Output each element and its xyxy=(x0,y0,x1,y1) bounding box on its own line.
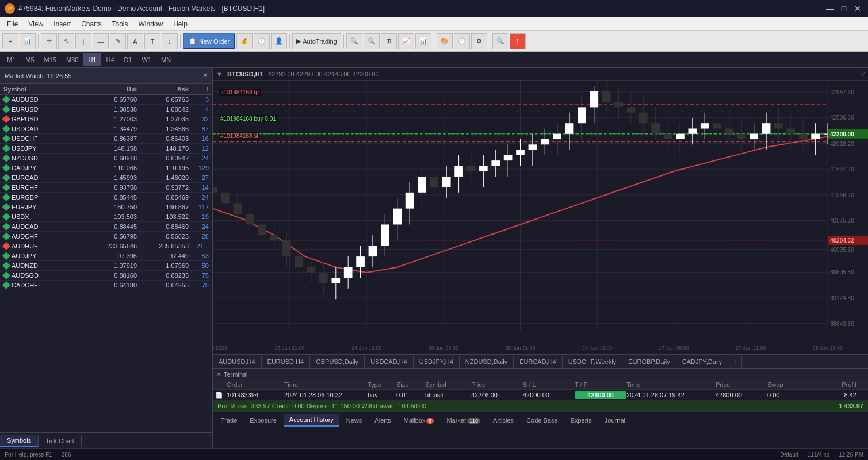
line-btn[interactable]: — xyxy=(93,33,109,49)
menu-window[interactable]: Window xyxy=(134,19,168,29)
term-tab-exposure[interactable]: Exposure xyxy=(244,415,282,426)
term-tab-mailbox[interactable]: Mailbox5 xyxy=(397,415,439,426)
chart-canvas-container[interactable]: #101984168 tp #101984168 buy 0.01 #10198… xyxy=(213,80,868,354)
market-watch-row[interactable]: USDCAD 1.34479 1.34566 87 xyxy=(0,124,212,134)
term-tab-codebase[interactable]: Code Base xyxy=(521,415,563,426)
menu-insert[interactable]: Insert xyxy=(49,19,75,29)
market-watch-row[interactable]: AUDCHF 0.56795 0.56823 28 xyxy=(0,232,212,241)
symbol-indicator xyxy=(2,115,10,123)
market-watch-row[interactable]: AUDCAD 0.88445 0.88469 24 xyxy=(0,222,212,232)
clock-btn[interactable]: 🕐 xyxy=(454,33,470,49)
maximize-button[interactable]: □ xyxy=(838,3,850,14)
market-watch-row[interactable]: USDCHF 0.86387 0.86403 16 xyxy=(0,134,212,144)
market-watch-row[interactable]: AUDSGD 0.88160 0.88235 75 xyxy=(0,271,212,281)
mw-tab-symbols[interactable]: Symbols xyxy=(0,435,39,447)
market-watch-row[interactable]: EURGBP 0.85445 0.85469 24 xyxy=(0,193,212,202)
tf-h1[interactable]: H1 xyxy=(83,53,101,66)
cs-tab-eurgbp-daily[interactable]: EURGBP,Daily xyxy=(622,356,676,367)
term-tab-alerts[interactable]: Alerts xyxy=(369,415,396,426)
close-button[interactable]: ✕ xyxy=(852,3,863,14)
tf-h4[interactable]: H4 xyxy=(101,53,118,66)
market-watch-row[interactable]: EURUSD 1.08538 1.08542 4 xyxy=(0,105,212,114)
sl-line-label: #101984168 sl xyxy=(219,132,260,140)
cs-tab-eurcad-h4[interactable]: EURCAD,H4 xyxy=(514,356,563,367)
market-watch-row[interactable]: CADCHF 0.64180 0.64255 75 xyxy=(0,281,212,290)
market-watch-row[interactable]: EURCHF 0.93758 0.93772 14 xyxy=(0,183,212,193)
window-controls[interactable]: — □ ✕ xyxy=(824,3,863,14)
tf-m1[interactable]: M1 xyxy=(2,53,20,66)
tf-mn[interactable]: MN xyxy=(156,53,175,66)
template-btn[interactable]: 🎨 xyxy=(437,33,453,49)
chart-toolbar-btn[interactable]: 📊 xyxy=(20,33,36,49)
cs-tab-usdcad-h4[interactable]: USDCAD,H4 xyxy=(365,356,414,367)
market-watch-row[interactable]: EURCAD 1.45993 1.46020 27 xyxy=(0,173,212,183)
market-watch-row[interactable]: CADJPY 110.066 110.195 129 xyxy=(0,163,212,173)
period-sep-btn[interactable]: | xyxy=(75,33,91,49)
market-watch-close[interactable]: ✕ xyxy=(202,72,208,79)
term-tab-articles[interactable]: Articles xyxy=(487,415,519,426)
menu-charts[interactable]: Charts xyxy=(77,19,106,29)
close-terminal-btn[interactable]: ✕ xyxy=(216,371,221,378)
cs-tab-gbpusd-daily[interactable]: GBPUSD,Daily xyxy=(310,356,365,367)
menu-tools[interactable]: Tools xyxy=(108,19,133,29)
main-toolbar: + 📊 ✛ ↖ | — ✎ A T ↕ 📋 New Order 💰 🕐 👤 ▶ … xyxy=(0,31,868,52)
cs-tab-usdjpy-h4[interactable]: USDJPY,H4 xyxy=(414,356,460,367)
search-btn[interactable]: 🔍 xyxy=(492,33,508,49)
market-watch-row[interactable]: AUDJPY 97.396 97.449 53 xyxy=(0,251,212,261)
cs-tab-nzdusd-daily[interactable]: NZDUSD,Daily xyxy=(460,356,514,367)
bar-btn[interactable]: 📊 xyxy=(415,33,431,49)
indicator-btn[interactable]: ↕ xyxy=(162,33,178,49)
cs-tab-cadjpy-daily[interactable]: CADJPY,Daily xyxy=(676,356,729,367)
alert-btn[interactable]: ! xyxy=(510,33,526,49)
minimize-button[interactable]: — xyxy=(824,3,836,14)
market-watch-row[interactable]: EURJPY 160.750 160.867 117 xyxy=(0,202,212,212)
term-tab-journal[interactable]: Journal xyxy=(599,415,631,426)
label-btn[interactable]: T xyxy=(144,33,160,49)
menu-file[interactable]: File xyxy=(2,19,22,29)
menu-help[interactable]: Help xyxy=(169,19,192,29)
draw-btn[interactable]: ✎ xyxy=(110,33,126,49)
crosshair-btn[interactable]: ✛ xyxy=(41,33,57,49)
add-button[interactable]: + xyxy=(2,33,18,49)
tf-w1[interactable]: W1 xyxy=(137,53,156,66)
market-watch-row[interactable]: AUDNZD 1.07919 1.07969 50 xyxy=(0,261,212,271)
term-tab-market[interactable]: Market110 xyxy=(441,415,486,426)
menu-view[interactable]: View xyxy=(24,19,48,29)
cs-tab-usdchf-weekly[interactable]: USDCHF,Weekly xyxy=(563,356,623,367)
new-order-button[interactable]: 📋 New Order xyxy=(183,33,235,49)
zoom-out-btn[interactable]: 🔍 xyxy=(364,33,380,49)
symbol-spread: 12 xyxy=(189,145,209,152)
arrow-btn[interactable]: ↖ xyxy=(58,33,74,49)
grid-btn[interactable]: ⊞ xyxy=(381,33,397,49)
chart-btn2[interactable]: 📈 xyxy=(398,33,414,49)
chart-area[interactable]: ▼ BTCUSD,H1 42292.00 42293.00 42146.00 4… xyxy=(213,68,868,368)
tf-m15[interactable]: M15 xyxy=(40,53,61,66)
account-btn[interactable]: 👤 xyxy=(271,33,287,49)
tf-m5[interactable]: M5 xyxy=(21,53,39,66)
term-tab-account-history[interactable]: Account History xyxy=(284,414,339,427)
market-watch-row[interactable]: USDJPY 148.158 148.170 12 xyxy=(0,144,212,154)
term-tab-news[interactable]: News xyxy=(341,415,368,426)
settings-btn[interactable]: ⚙ xyxy=(471,33,487,49)
text-btn[interactable]: A xyxy=(127,33,143,49)
market-watch-row[interactable]: USDX 103.503 103.522 19 xyxy=(0,212,212,222)
col-h-tp: T / P xyxy=(575,381,626,388)
buy-btn[interactable]: 💰 xyxy=(236,33,253,49)
autotrading-button[interactable]: ▶ AutoTrading xyxy=(292,33,341,49)
symbol-name: AUDNZD xyxy=(3,262,85,269)
term-tab-experts[interactable]: Experts xyxy=(565,415,598,426)
market-watch-row[interactable]: AUDUSD 0.65760 0.65763 3 xyxy=(0,95,212,105)
market-watch-row[interactable]: AUDHUF 233.65646 235.85353 21... xyxy=(0,241,212,251)
tf-d1[interactable]: D1 xyxy=(120,53,137,66)
cs-tab-more[interactable]: | xyxy=(728,356,742,367)
market-watch-row[interactable]: GBPUSD 1.27003 1.27035 32 xyxy=(0,114,212,124)
cs-tab-audusd-h4[interactable]: AUDUSD,H4 xyxy=(213,356,262,367)
history-btn[interactable]: 🕐 xyxy=(254,33,270,49)
main-chart-canvas[interactable] xyxy=(213,80,868,354)
tf-m30[interactable]: M30 xyxy=(62,53,83,66)
term-tab-trade[interactable]: Trade xyxy=(215,415,243,426)
cs-tab-eurusd-h4[interactable]: EURUSD,H4 xyxy=(262,356,311,367)
zoom-in-btn[interactable]: 🔍 xyxy=(346,33,362,49)
mw-tab-tick-chart[interactable]: Tick Chart xyxy=(39,435,82,447)
market-watch-row[interactable]: NZDUSD 0.60918 0.60942 24 xyxy=(0,154,212,163)
